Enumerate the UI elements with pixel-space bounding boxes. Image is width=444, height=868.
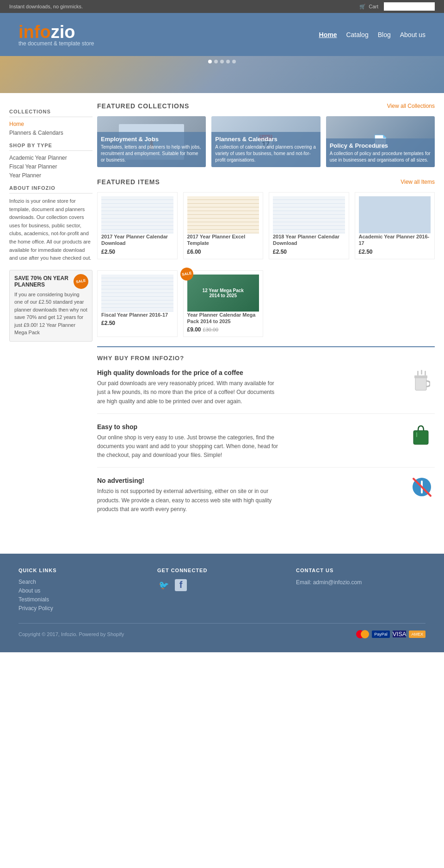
- dot-1[interactable]: [208, 60, 212, 63]
- payment-icons: PayPal VISA AMEX: [356, 630, 426, 638]
- cart-link[interactable]: 🛒 Cart: [359, 4, 378, 10]
- view-all-collections[interactable]: View all Collections: [387, 103, 435, 109]
- why-desc-2: Our online shop is very easy to use. Jus…: [97, 433, 282, 460]
- why-text-1: High quality downloads for the price of …: [97, 369, 404, 406]
- item-price-1: £2.50: [101, 249, 173, 255]
- item-price-old-6: £30.00: [203, 327, 219, 332]
- collection-overlay-3: Policy & Procedures A collection of poli…: [326, 138, 435, 167]
- sidebar-academic[interactable]: Academic Year Planner: [9, 155, 92, 161]
- items-grid: 2017 Year Planner Calendar Download £2.5…: [97, 192, 435, 259]
- sidebar-fiscal[interactable]: Fiscal Year Planner: [9, 163, 92, 170]
- item-title-5: Fiscal Year Planner 2016-17: [101, 312, 173, 318]
- footer-email: Email: admin@infozio.com: [296, 579, 362, 586]
- item-price-4: £2.50: [359, 249, 431, 255]
- item-card-3[interactable]: 2018 Year Planner Calendar Download £2.5…: [269, 192, 349, 259]
- collection-desc-3: A collection of policy and procedure tem…: [330, 150, 431, 163]
- cart-icon: 🛒: [359, 4, 366, 10]
- topbar-tagline: Instant downloads, no gimmicks.: [9, 4, 83, 9]
- logo-info: info: [18, 22, 51, 42]
- twitter-icon[interactable]: 🐦: [157, 579, 170, 592]
- main-wrapper: COLLECTIONS Home Planners & Calendars SH…: [0, 93, 444, 540]
- footer-social: 🐦 f: [157, 579, 287, 592]
- logo[interactable]: infozio the document & template store: [18, 22, 94, 47]
- collection-name-2: Planners & Calendars: [215, 136, 316, 143]
- featured-collections-header: FEATURED COLLECTIONS View all Collection…: [97, 102, 435, 110]
- item-price-3: £2.50: [273, 249, 345, 255]
- footer-get-connected: GET CONNECTED 🐦 f: [157, 568, 287, 614]
- item-card-4[interactable]: Academic Year Planner 2016-17 £2.50: [355, 192, 435, 259]
- item-card-5[interactable]: Fiscal Year Planner 2016-17 £2.50: [97, 270, 178, 337]
- bag-icon: [412, 423, 435, 451]
- item-img-3: [273, 196, 345, 233]
- logo-tagline: the document & template store: [18, 40, 94, 47]
- item-price-2: £6.00: [187, 249, 259, 255]
- dot-3[interactable]: [220, 60, 224, 63]
- footer: QUICK LINKS Search About us Testimonials…: [0, 554, 444, 652]
- dot-5[interactable]: [232, 60, 236, 63]
- item-card-1[interactable]: 2017 Year Planner Calendar Download £2.5…: [97, 192, 178, 259]
- empty-slot-2: [355, 270, 435, 337]
- why-item-bag: Easy to shop Our online shop is very eas…: [97, 423, 435, 468]
- dot-2[interactable]: [214, 60, 218, 63]
- svg-rect-3: [421, 370, 422, 375]
- svg-rect-5: [413, 431, 428, 444]
- collections-section-title: COLLECTIONS: [9, 109, 92, 117]
- featured-items-title: FEATURED ITEMS: [97, 178, 160, 186]
- item-title-6: Year Planner Calendar Mega Pack 2014 to …: [187, 312, 259, 325]
- facebook-icon[interactable]: f: [175, 579, 187, 591]
- featured-items-header: FEATURED ITEMS View all Items: [97, 178, 435, 186]
- cart-label: Cart: [369, 4, 378, 9]
- footer-contact: CONTACT US Email: admin@infozio.com: [296, 568, 426, 614]
- nav-home[interactable]: Home: [319, 31, 337, 38]
- item-img-4: [359, 196, 431, 233]
- footer-link-search[interactable]: Search: [18, 579, 148, 585]
- sidebar-home[interactable]: Home: [9, 121, 92, 127]
- footer-quick-links: QUICK LINKS Search About us Testimonials…: [18, 568, 148, 614]
- view-all-items[interactable]: View all Items: [401, 179, 435, 185]
- nav-about[interactable]: About us: [400, 31, 426, 38]
- noad-icon: [412, 477, 435, 505]
- nav-catalog[interactable]: Catalog: [346, 31, 368, 38]
- footer-get-connected-title: GET CONNECTED: [157, 568, 287, 573]
- item-price-wrapper-6: £9.00 £30.00: [187, 326, 259, 333]
- save-banner: SAVE 70% ON YEAR PLANNERS SALE If you ar…: [9, 270, 92, 342]
- item-title-3: 2018 Year Planner Calendar Download: [273, 233, 345, 247]
- footer-quick-links-title: QUICK LINKS: [18, 568, 148, 573]
- why-heading-1: High quality downloads for the price of …: [97, 369, 404, 376]
- copyright: Copyright © 2017, Infozio. Powered by Sh…: [18, 631, 124, 637]
- nav-blog[interactable]: Blog: [378, 31, 391, 38]
- search-input[interactable]: [384, 2, 435, 11]
- collection-card-policy[interactable]: 📄 Policy & Procedures A collection of po…: [326, 116, 435, 167]
- why-buy-section: WHY BUY FROM INFOZIO? High quality downl…: [97, 346, 435, 521]
- logo-zio: zio: [51, 22, 75, 42]
- banner-dots[interactable]: [208, 60, 236, 63]
- collection-overlay-1: Employment & Jobs Templates, letters and…: [97, 132, 206, 167]
- topbar: Instant downloads, no gimmicks. 🛒 Cart: [0, 0, 444, 13]
- item-img-6: 12 Year Mega Pack2014 to 2025: [187, 275, 259, 312]
- footer-link-about[interactable]: About us: [18, 587, 148, 594]
- item-card-6[interactable]: 12 Year Mega Pack2014 to 2025 Year Plann…: [183, 270, 264, 337]
- footer-grid: QUICK LINKS Search About us Testimonials…: [18, 568, 426, 614]
- why-item-coffee: High quality downloads for the price of …: [97, 369, 435, 414]
- why-desc-1: Our paid downloads are very reasonably p…: [97, 379, 282, 406]
- footer-link-testimonials[interactable]: Testimonials: [18, 596, 148, 603]
- collection-desc-1: Templates, letters and planners to help …: [101, 144, 202, 163]
- why-title: WHY BUY FROM INFOZIO?: [97, 355, 435, 362]
- why-heading-3: No advertising!: [97, 477, 404, 484]
- collection-card-planners[interactable]: 📅 Planners & Calendars A collection of c…: [211, 116, 320, 167]
- about-text: Infozio is your online store for templat…: [9, 197, 92, 262]
- item-card-2[interactable]: 2017 Year Planner Excel Template £6.00: [183, 192, 264, 259]
- collection-overlay-2: Planners & Calendars A collection of cal…: [211, 132, 320, 167]
- main-content: FEATURED COLLECTIONS View all Collection…: [97, 102, 435, 531]
- sidebar-planners[interactable]: Planners & Calendars: [9, 130, 92, 136]
- collection-card-employment[interactable]: 👔 Employment & Jobs Templates, letters a…: [97, 116, 206, 167]
- svg-rect-4: [425, 371, 426, 375]
- item-title-2: 2017 Year Planner Excel Template: [187, 233, 259, 247]
- about-infozio-title: ABOUT INFOZIO: [9, 185, 92, 194]
- sidebar-year[interactable]: Year Planner: [9, 172, 92, 179]
- item-price-6: £9.00: [187, 326, 201, 333]
- hero-banner: [0, 56, 444, 93]
- footer-link-privacy[interactable]: Privacy Policy: [18, 605, 148, 612]
- sidebar: COLLECTIONS Home Planners & Calendars SH…: [9, 102, 92, 531]
- dot-4[interactable]: [226, 60, 230, 63]
